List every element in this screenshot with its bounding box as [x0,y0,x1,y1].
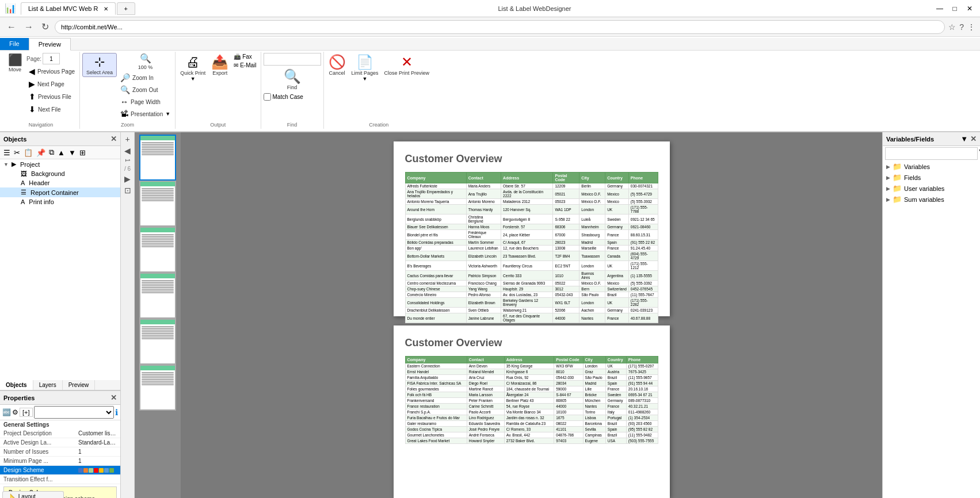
preview-area[interactable]: Customer OverviewCompanyContactAddressPo… [181,132,882,498]
props-sort-btn[interactable]: 🔤 [2,408,11,416]
props-expand-btn[interactable]: [+] [20,408,33,417]
variables-search-input[interactable] [885,147,978,160]
tree-item-print-info[interactable]: APrint info [0,197,120,206]
zoom-out-button[interactable]: 🔍 Zoom Out [118,84,173,95]
match-case-checkbox[interactable]: Match Case [264,93,321,101]
tree-item-project[interactable]: ▼▶Project [0,159,120,169]
zoom-in-button[interactable]: 🔎 Zoom In [118,72,173,83]
table-row: Alfreds FutterkisteMaria AndersObere Str… [405,183,658,189]
thumbnail-1[interactable] [139,135,176,181]
props-filter-btn[interactable]: ⚙ [12,408,18,416]
props-info-btn[interactable]: ℹ [115,408,118,417]
next-file-icon: ⬇ [29,105,36,114]
new-tab-button[interactable]: + [117,2,135,15]
zoom-in-left-btn[interactable]: + [125,135,129,144]
next-file-button[interactable]: ⬇ Next File [26,104,77,115]
help-icon[interactable]: ? [959,22,964,32]
limit-pages-button[interactable]: 📄 Limit Pages ▼ [349,53,381,83]
close-print-preview-button[interactable]: ✕ Close Print Preview [382,53,432,77]
cancel-button[interactable]: 🚫 Cancel [326,53,348,77]
props-val: Customer list with s... [78,430,117,436]
props-key: Transition Effect f... [3,476,78,482]
report-page-2: Customer Overview CompanyContactAddressP… [394,325,670,498]
browser-tab-active[interactable]: List & Label MVC Web R ✕ [21,2,116,15]
objects-panel-close[interactable]: ✕ [110,135,117,143]
var-item-label: User variables [904,185,944,192]
props-dropdown[interactable] [34,406,114,419]
ribbon-group-navigation: ⬛ Move Page: ◀ Previous Page ▶ Next Page [2,52,80,129]
refresh-button[interactable]: ↻ [39,20,51,33]
tree-type-icon: 🖼 [21,170,27,177]
cut-btn[interactable]: ✂ [13,148,21,158]
variables-search-row: ▼ [883,146,980,161]
maximize-button[interactable]: □ [949,3,960,14]
tab-objects[interactable]: Objects [0,380,33,390]
minimize-button[interactable]: — [934,3,945,14]
tree-item-report-container[interactable]: ☰Report Container [0,187,120,197]
tree-item-background[interactable]: 🖼Background [0,169,120,178]
page-number-input[interactable] [43,53,60,64]
next-page-button[interactable]: ▶ Next Page [26,78,77,90]
zoom-100-button[interactable]: 🔍 100 % [118,53,173,71]
thumbnail-4[interactable] [139,273,176,319]
group-btn[interactable]: ⧉ [48,147,55,158]
zoom-fit-btn[interactable]: ⊡ [124,186,131,195]
tree-item-header[interactable]: AHeader [0,178,120,187]
select-area-button[interactable]: ⊹ Select Area [82,53,117,77]
select-all-btn[interactable]: ☰ [2,148,12,158]
paste-btn[interactable]: 📌 [35,148,47,158]
tab-layers[interactable]: Layers [33,380,63,390]
copy-btn[interactable]: 📋 [22,148,34,158]
tab-close-icon[interactable]: ✕ [104,6,108,12]
find-group-label: Find [287,122,298,129]
tab-preview-small[interactable]: Preview [63,380,96,390]
fax-button[interactable]: 📠 Fax [232,53,258,60]
quick-print-button[interactable]: 🖨 Quick Print ▼ [178,53,208,83]
var-item-variables[interactable]: ▶📁Variables [883,161,980,172]
export-button[interactable]: 📤 Export [209,53,231,77]
var-item-fields[interactable]: ▶📁Fields [883,172,980,183]
props-panel-close[interactable]: ✕ [110,393,117,402]
tree-type-icon: A [21,179,25,186]
menu-icon[interactable]: ⋮ [967,22,975,32]
thumbnail-6[interactable] [139,365,176,411]
ribbon-tab-file[interactable]: File [0,38,29,50]
page-width-button[interactable]: ↔ Page Width [118,96,173,108]
find-button[interactable]: 🔍 Find [264,67,321,91]
url-bar[interactable] [55,20,945,34]
move-button[interactable]: ⬛ Move [5,53,25,74]
props-panel-title: Properties [3,394,35,401]
tree-item-label: Report Container [30,189,79,196]
thumbnail-5[interactable] [139,319,176,365]
props-row-4[interactable]: Design Scheme [0,466,120,475]
props-panel-header: Properties ✕ [0,391,120,405]
var-filter-icon[interactable]: ▼ [960,135,968,143]
ribbon-tab-preview[interactable]: Preview [29,38,71,51]
thumbnail-3[interactable] [139,227,176,273]
table-row: Bon app'Laurence Lebihan12, rue des Bouc… [405,246,658,251]
props-toolbar: 🔤 ⚙ [+] ℹ [0,405,120,420]
down-btn[interactable]: ▼ [67,148,77,158]
prev-file-button[interactable]: ⬆ Previous File [26,91,77,102]
bookmark-icon[interactable]: ☆ [948,22,956,32]
up-btn[interactable]: ▲ [56,148,66,158]
variables-filter-btn[interactable]: ▼ [978,147,980,155]
thumbnail-2[interactable] [139,181,176,227]
variables-panel: Variables/Fields ▼ ✕ ▼ ▶📁Variables▶📁Fiel… [882,132,980,498]
close-button[interactable]: ✕ [964,3,975,14]
find-input[interactable] [264,53,321,66]
presentation-button[interactable]: 📽 Presentation ▼ [118,108,173,120]
match-case-input[interactable] [264,93,271,101]
bottom-tab-layout[interactable]: 📐 Layout [2,491,64,498]
prev-left-btn[interactable]: ◀ [124,146,131,155]
var-item-user-variables[interactable]: ▶📁User variables [883,183,980,194]
forward-button[interactable]: → [22,21,36,33]
next-left-btn[interactable]: ▶ [124,174,131,183]
prev-page-button[interactable]: ◀ Previous Page [26,66,77,77]
email-button[interactable]: ✉ E-Mail [232,62,258,69]
var-folder-icon: 📁 [893,162,902,171]
more-btn[interactable]: ⊞ [78,148,87,158]
var-item-sum-variables[interactable]: ▶📁Sum variables [883,194,980,205]
variables-close[interactable]: ✕ [970,135,977,143]
back-button[interactable]: ← [5,21,18,33]
